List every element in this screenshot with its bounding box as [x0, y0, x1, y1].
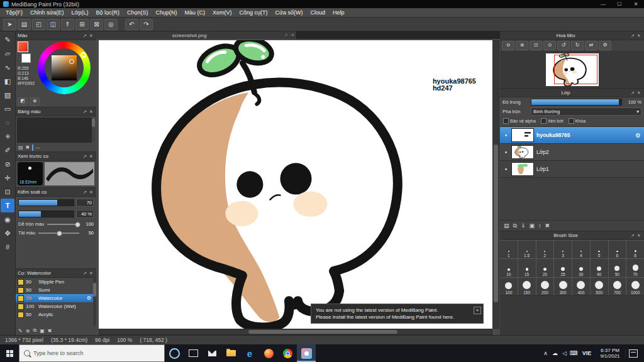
palette-item[interactable]: --- [32, 145, 40, 151]
add-brush-icon[interactable]: ⊕ [26, 328, 30, 334]
zoom-out-icon[interactable]: ⊖ [502, 41, 514, 50]
new-canvas-icon[interactable]: ▤ [18, 19, 31, 30]
lock-checkbox[interactable]: Khóa [569, 118, 586, 124]
add-color-icon[interactable]: ▤ [18, 145, 23, 150]
start-button[interactable] [0, 344, 19, 362]
medibang-taskbar-button[interactable] [297, 344, 316, 362]
snap-circle-icon[interactable]: ◎ [104, 19, 118, 30]
new-folder-icon[interactable]: ▣ [530, 222, 535, 229]
brush-size-cell[interactable]: 2 [536, 241, 554, 258]
document-tab[interactable]: screenshot.png ↗ ✕ [96, 31, 297, 39]
delete-layer-icon[interactable]: ✖ [545, 222, 550, 229]
layer-visibility-icon[interactable]: ● [503, 150, 509, 154]
eraser-tool[interactable]: ▱ [1, 47, 14, 60]
close-panel-icon[interactable]: ✕ [636, 89, 642, 97]
brush-tool[interactable]: ✎ [1, 33, 14, 47]
volume-icon[interactable]: ◁ [560, 350, 569, 356]
zoom-fit-icon[interactable]: ⊡ [530, 41, 542, 50]
select-rect-tool[interactable]: ▭ [1, 102, 14, 116]
popout-icon[interactable]: ↗ [82, 269, 88, 277]
transform-tool[interactable]: ⊡ [1, 185, 14, 199]
eyedropper-tool[interactable]: ◉ [1, 212, 14, 226]
brush-size-cell[interactable]: 150 [518, 278, 536, 295]
brush-size-cell[interactable]: 20 [536, 259, 554, 277]
popout-icon[interactable]: ↗ [82, 152, 88, 160]
close-panel-icon[interactable]: ✕ [88, 152, 94, 160]
background-color-swatch[interactable] [21, 53, 31, 63]
brush-size-cell[interactable]: 10 [500, 259, 518, 277]
zoom-100-icon[interactable]: ⊙ [543, 41, 556, 50]
touch-keyboard-icon[interactable]: ⌨ [569, 350, 579, 356]
menu-layer[interactable]: Lớp(L) [68, 9, 92, 16]
brush-opacity-slider[interactable] [18, 211, 74, 217]
brush-size-cell[interactable]: 300 [554, 278, 572, 295]
brush-size-cell[interactable]: 15 [518, 259, 536, 277]
save-icon[interactable]: ◫ [47, 19, 60, 30]
edit-brush-icon[interactable]: ✎ [18, 328, 23, 334]
action-center-button[interactable] [625, 349, 641, 358]
brush-size-cell[interactable]: 70 [626, 259, 644, 277]
brush-settings-icon[interactable]: ⚙ [87, 295, 91, 301]
brush-size-cell[interactable]: 5 [591, 241, 608, 258]
brush-size-cell[interactable]: 30 [572, 259, 590, 277]
reorder-layer-icon[interactable]: ↕ [538, 222, 541, 229]
vertical-scrollbar[interactable] [492, 40, 499, 329]
edge-button[interactable]: e [240, 344, 259, 362]
delete-brush-icon[interactable]: ✖ [48, 328, 52, 334]
tab-close-icon[interactable]: ✕ [289, 33, 296, 38]
hue-cursor[interactable] [80, 52, 86, 58]
blend-mode-select[interactable]: Bình thường ▾ [531, 107, 641, 116]
zoom-in-icon[interactable]: ⊕ [516, 41, 528, 50]
clipping-checkbox[interactable]: Xén bớt [541, 118, 564, 124]
drawing-canvas[interactable]: hyouka98765 hd247 You are not using the … [99, 40, 492, 329]
brush-item[interactable]: 50 Stipple Pen [16, 278, 96, 286]
layer-row[interactable]: ● Lớp2 [500, 144, 644, 161]
menu-cloud[interactable]: Cloud [307, 9, 330, 16]
sv-cursor[interactable] [69, 59, 74, 64]
menu-tools[interactable]: Công cụ(T) [236, 9, 272, 16]
brush-size-cell[interactable]: 200 [536, 278, 554, 295]
popout-icon[interactable]: ↗ [630, 231, 636, 239]
close-panel-icon[interactable]: ✕ [636, 231, 642, 239]
hand-tool[interactable]: ✥ [1, 226, 14, 240]
menu-help[interactable]: Help [329, 9, 348, 16]
select-tool-icon[interactable]: ➤ [3, 19, 16, 30]
fill-tool[interactable]: ◧ [1, 74, 14, 88]
close-panel-icon[interactable]: ✕ [88, 107, 94, 116]
palette-scrollbar[interactable] [92, 118, 95, 143]
text-tool[interactable]: T [1, 199, 14, 212]
brush-size-cell[interactable]: 700 [609, 278, 626, 295]
color-wheel[interactable] [38, 41, 91, 94]
brush-size-cell[interactable]: 1000 [626, 278, 644, 295]
brush-item-selected[interactable]: 70 Watercolor ⚙ [16, 294, 96, 302]
taskbar-clock[interactable]: 6:37 PM 9/1/2021 [595, 348, 625, 359]
brush-item[interactable]: 100 Watercolor (Wet) [16, 302, 96, 310]
undo-button[interactable]: ↶ [125, 19, 138, 30]
layer-row[interactable]: ● Lớp1 [500, 161, 644, 178]
brush-size-cell[interactable]: 8 [626, 241, 644, 258]
brush-item[interactable]: 50 Sumi [16, 286, 96, 294]
open-icon[interactable]: ◰ [32, 19, 45, 30]
close-panel-icon[interactable]: ✕ [88, 31, 94, 40]
brush-size-value[interactable]: 70 [76, 199, 94, 207]
tab-popout-icon[interactable]: ↗ [282, 33, 289, 38]
brush-size-cell[interactable]: 40 [591, 259, 608, 277]
layer-settings-icon[interactable]: ⚙ [635, 132, 641, 139]
brush-size-cell[interactable]: 3 [554, 241, 572, 258]
layer-visibility-icon[interactable]: ● [503, 167, 509, 171]
duplicate-brush-icon[interactable]: ⧉ [33, 327, 36, 334]
popout-icon[interactable]: ↗ [82, 107, 88, 116]
brush-size-slider[interactable] [18, 199, 74, 206]
brush-size-cell[interactable]: 100 [500, 278, 518, 295]
move-tool[interactable]: ✛ [1, 171, 14, 185]
menu-color[interactable]: Màu (C) [181, 9, 209, 16]
layer-opacity-slider[interactable] [531, 99, 622, 106]
brush-size-cell[interactable]: 4 [572, 241, 590, 258]
horizontal-scrollbar-thumb[interactable] [248, 330, 397, 334]
mail-button[interactable] [203, 344, 221, 362]
palette-list[interactable] [17, 118, 95, 143]
menu-select[interactable]: Chọn(S) [123, 9, 152, 16]
redo-button[interactable]: ↷ [140, 19, 153, 30]
brush-size-cell[interactable]: 1 [500, 241, 518, 258]
flip-horizontal-icon[interactable]: ⇄ [585, 41, 597, 50]
